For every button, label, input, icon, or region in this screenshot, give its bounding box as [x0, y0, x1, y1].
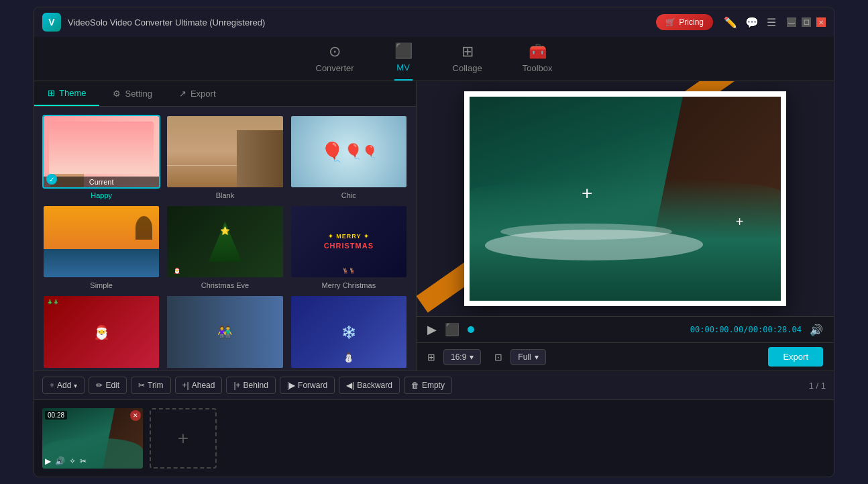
- add-icon: +: [50, 381, 54, 390]
- timeline-toolbar: + Add ▾ ✏ Edit ✂ Trim +| Ahead |+ Behind…: [34, 371, 834, 400]
- panel-tabs: ⊞ Theme ⚙ Setting ↗ Export: [34, 81, 416, 107]
- theme-xmas-label: Christmas Eve: [201, 281, 250, 289]
- clip-trim-icon[interactable]: ✂: [80, 456, 87, 466]
- theme-santa-claus[interactable]: 🎅 🎄🎄 Santa Claus: [42, 295, 160, 371]
- backward-icon: ◀|: [346, 381, 354, 390]
- edit-icon[interactable]: ✏️: [724, 16, 737, 29]
- xmas-thumb-bg: ⭐ 🎅: [167, 206, 282, 277]
- cart-icon: 🛒: [665, 17, 675, 27]
- preview-area: + +: [417, 81, 834, 316]
- minimize-button[interactable]: —: [787, 17, 796, 27]
- ahead-button[interactable]: +| Ahead: [175, 377, 223, 394]
- edit-button[interactable]: ✏ Edit: [89, 377, 127, 394]
- menu-icon[interactable]: ☰: [767, 16, 776, 29]
- theme-simple[interactable]: Simple: [42, 205, 160, 289]
- theme-blank-label: Blank: [216, 191, 235, 199]
- panel-tab-setting[interactable]: ⚙ Setting: [99, 81, 165, 106]
- clip-item[interactable]: 00:28 ✕ ▶ 🔊 ✧ ✂: [42, 408, 143, 469]
- timeline-clips: 00:28 ✕ ▶ 🔊 ✧ ✂ +: [34, 400, 834, 477]
- theme-christmas-eve[interactable]: ⭐ 🎅 Christmas Eve: [166, 205, 284, 289]
- title-icons: ✏️ 💬 ☰: [724, 16, 776, 29]
- merry-thumb-bg: ✦ MERRY ✦ CHRISTMAS 🦌🦌: [291, 206, 406, 277]
- ratio-bar: ⊞ 16:9 ▾ ⊡ Full ▾ Export: [417, 342, 834, 371]
- close-button[interactable]: ✕: [816, 17, 826, 27]
- preview-add-icon[interactable]: +: [582, 183, 592, 204]
- backward-button[interactable]: ◀| Backward: [339, 377, 400, 394]
- add-chevron-icon: ▾: [74, 382, 77, 389]
- theme-merry-label: Merry Christmas: [321, 281, 376, 289]
- nav-tabs: ⊙ Converter ⬛ MV ⊞ Collage 🧰 Toolbox: [34, 37, 834, 81]
- left-panel: ⊞ Theme ⚙ Setting ↗ Export: [34, 81, 417, 371]
- view-icon: ⊡: [494, 352, 502, 362]
- right-panel: + + ▶ ⬛ 00:00:00.00/00:00:28.04 🔊 ⊞: [417, 81, 834, 371]
- theme-tab-icon: ⊞: [48, 88, 55, 98]
- clip-duration: 00:28: [45, 411, 67, 420]
- theme-simple-label: Simple: [90, 281, 113, 289]
- clip-play-icon[interactable]: ▶: [45, 456, 51, 466]
- themes-grid: Current ✓ Happy Blank: [34, 107, 416, 371]
- maximize-button[interactable]: ☐: [802, 17, 811, 27]
- stop-button[interactable]: ⬛: [445, 322, 459, 337]
- app-title: VideoSolo Video Converter Ultimate (Unre…: [68, 17, 656, 28]
- simple-thumb-bg: [44, 206, 159, 277]
- behind-icon: |+: [233, 381, 240, 390]
- forward-button[interactable]: |▶ Forward: [280, 377, 335, 394]
- view-select[interactable]: Full ▾: [510, 349, 545, 365]
- chic-thumb-bg: 🎈 🎈 🎈: [291, 116, 406, 187]
- panel-tab-theme[interactable]: ⊞ Theme: [34, 81, 99, 106]
- main-content: ⊞ Theme ⚙ Setting ↗ Export: [34, 81, 834, 371]
- ahead-icon: +|: [182, 381, 189, 390]
- clip-volume-icon[interactable]: 🔊: [55, 456, 65, 466]
- add-clip-button[interactable]: +: [150, 408, 217, 469]
- theme-happy-label: Happy: [91, 191, 112, 199]
- clip-color-icon[interactable]: ✧: [69, 456, 76, 466]
- chat-icon[interactable]: 💬: [745, 16, 759, 29]
- trash-icon: 🗑: [411, 381, 419, 390]
- clip-remove-button[interactable]: ✕: [130, 410, 141, 421]
- tab-collage[interactable]: ⊞ Collage: [453, 43, 482, 80]
- app-logo: V: [42, 13, 61, 32]
- tab-toolbox[interactable]: 🧰 Toolbox: [523, 43, 553, 80]
- blank-thumb-bg: [167, 116, 282, 187]
- controls-bar: ▶ ⬛ 00:00:00.00/00:00:28.04 🔊: [417, 316, 834, 342]
- mv-icon: ⬛: [394, 42, 413, 60]
- collage-icon: ⊞: [462, 43, 474, 60]
- panel-tab-export[interactable]: ↗ Export: [166, 81, 229, 106]
- santa-thumb-bg: 🎅 🎄🎄: [44, 296, 159, 367]
- theme-modern-life[interactable]: 👫 Modern Life: [166, 295, 284, 371]
- current-label: Current: [44, 177, 159, 187]
- play-button[interactable]: ▶: [427, 322, 437, 337]
- ratio-chevron-icon: ▾: [470, 352, 474, 362]
- trim-button[interactable]: ✂ Trim: [131, 377, 171, 394]
- theme-snowy-night[interactable]: ❄️ ⛄ Snowy Night: [290, 295, 408, 371]
- toolbox-icon: 🧰: [529, 43, 547, 60]
- tab-converter[interactable]: ⊙ Converter: [316, 43, 354, 80]
- pricing-button[interactable]: 🛒 Pricing: [656, 14, 713, 30]
- theme-happy[interactable]: Current ✓ Happy: [42, 115, 160, 199]
- ratio-select[interactable]: 16:9 ▾: [443, 349, 481, 365]
- clip-controls: ▶ 🔊 ✧ ✂: [45, 456, 87, 466]
- title-bar: V VideoSolo Video Converter Ultimate (Un…: [34, 7, 834, 37]
- tab-mv[interactable]: ⬛ MV: [394, 42, 413, 81]
- window-controls: — ☐ ✕: [787, 17, 826, 27]
- modern-thumb-bg: 👫: [167, 296, 282, 367]
- theme-merry-christmas[interactable]: ✦ MERRY ✦ CHRISTMAS 🦌🦌 Merry Christmas: [290, 205, 408, 289]
- volume-icon[interactable]: 🔊: [810, 324, 823, 336]
- theme-chic-label: Chic: [341, 191, 356, 199]
- export-button[interactable]: Export: [768, 347, 823, 367]
- theme-blank[interactable]: Blank: [166, 115, 284, 199]
- add-button[interactable]: + Add ▾: [42, 377, 85, 394]
- timeline-area: + Add ▾ ✏ Edit ✂ Trim +| Ahead |+ Behind…: [34, 371, 834, 477]
- setting-tab-icon: ⚙: [113, 89, 121, 99]
- clip-count: 1 / 1: [809, 381, 826, 391]
- preview-inner: + +: [470, 97, 781, 301]
- time-display: 00:00:00.00/00:00:28.04: [482, 325, 802, 334]
- preview-add-icon-2[interactable]: +: [736, 214, 744, 230]
- progress-indicator: [468, 326, 474, 333]
- empty-button[interactable]: 🗑 Empty: [404, 377, 452, 394]
- behind-button[interactable]: |+ Behind: [226, 377, 276, 394]
- export-tab-icon: ↗: [179, 89, 186, 99]
- pencil-icon: ✏: [96, 381, 103, 390]
- snowy-thumb-bg: ❄️ ⛄: [291, 296, 406, 367]
- theme-chic[interactable]: 🎈 🎈 🎈 Chic: [290, 115, 408, 199]
